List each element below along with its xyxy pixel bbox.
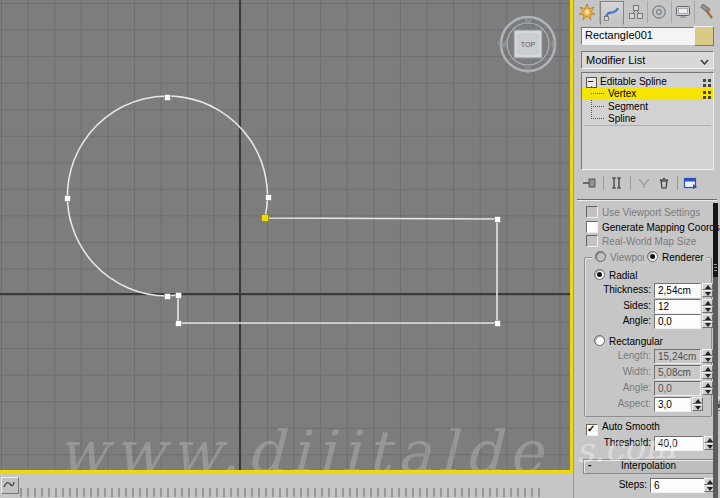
spline-path[interactable] <box>67 96 497 323</box>
auto-smooth-label: Auto Smooth <box>602 421 660 432</box>
tab-utilities[interactable] <box>695 1 718 23</box>
steps-field[interactable]: 6 <box>650 478 705 493</box>
stack-vertex-label: Vertex <box>608 88 636 99</box>
radial-radio-row: Radial <box>594 269 637 281</box>
threshold-row: Threshold: 40,0 <box>574 436 720 451</box>
stack-item-vertex-selected[interactable]: Vertex <box>582 88 713 100</box>
show-end-result-button[interactable] <box>607 174 627 192</box>
compass-south-label[interactable]: S <box>525 65 531 75</box>
compass-east-label[interactable]: E <box>551 39 557 49</box>
angle-rect-spinner[interactable] <box>702 381 713 395</box>
use-viewport-settings-row: Use Viewport Settings <box>586 206 700 219</box>
compass-north-label[interactable]: N <box>525 16 532 26</box>
generate-mapping-checkbox[interactable] <box>586 221 598 233</box>
rollout-separator <box>577 199 717 201</box>
tab-hierarchy[interactable] <box>624 1 648 23</box>
tab-modify[interactable] <box>600 1 625 25</box>
threshold-label: Threshold: <box>604 437 651 448</box>
viewport-radio[interactable] <box>595 251 606 262</box>
panel-scrollbar[interactable] <box>713 203 718 498</box>
viewcube-compass[interactable]: N E S W TOP <box>498 13 560 77</box>
timeline-ticks[interactable] <box>20 488 540 497</box>
rectangular-radio-label: Rectangular <box>609 336 663 347</box>
use-viewport-settings-checkbox[interactable] <box>586 206 598 218</box>
angle-radial-row: Angle: 0,0 <box>574 314 720 329</box>
stack-item-spline[interactable]: Spline <box>582 113 713 125</box>
vertex-rect-bottom-left[interactable] <box>176 321 182 327</box>
length-field[interactable]: 15,24cm <box>654 349 701 364</box>
compass-west-label[interactable]: W <box>498 39 507 49</box>
modifier-list-dropdown[interactable]: Modifier List <box>581 51 714 69</box>
aspect-label: Aspect: <box>618 398 651 409</box>
tab-create[interactable] <box>576 1 600 23</box>
length-spinner[interactable] <box>702 349 713 363</box>
thickness-field[interactable]: 2,54cm <box>654 283 701 298</box>
configure-modifier-sets-button[interactable] <box>681 174 701 192</box>
interpolation-title: Interpolation <box>584 460 713 471</box>
stack-root-label: Editable Spline <box>600 76 667 87</box>
vertex-left[interactable] <box>65 196 71 202</box>
stack-separator <box>584 125 711 126</box>
command-panel: Rectangle001 Modifier List Editable Spli… <box>573 0 720 498</box>
angle-radial-field[interactable]: 0,0 <box>654 314 701 329</box>
top-viewport[interactable]: N E S W TOP www.dijitalde <box>0 0 573 473</box>
viewcube-top-label[interactable]: TOP <box>521 41 536 48</box>
stack-item-segment[interactable]: Segment <box>582 101 713 113</box>
renderer-radio-label: Renderer <box>662 252 704 263</box>
tab-motion[interactable] <box>648 1 672 23</box>
remove-modifier-button[interactable] <box>654 174 674 192</box>
open-mini-curve-editor-button[interactable] <box>1 477 19 494</box>
stack-toolbar <box>580 172 714 194</box>
subobject-ticks-icon <box>703 79 706 82</box>
generate-mapping-row: Generate Mapping Coords. <box>586 221 720 234</box>
selected-vertex[interactable] <box>262 215 269 222</box>
tab-display[interactable] <box>672 1 696 23</box>
vertex-rect-bottom-right[interactable] <box>495 321 501 327</box>
angle-radial-label: Angle: <box>623 315 651 326</box>
width-field[interactable]: 5,08cm <box>654 365 701 380</box>
modify-curve-icon <box>603 4 621 22</box>
panel-scrollbar-thumb[interactable] <box>713 203 718 277</box>
interpolation-rollout-header[interactable]: - Interpolation <box>583 459 714 474</box>
radial-radio[interactable] <box>594 269 605 280</box>
create-star-icon <box>578 3 596 21</box>
vertex-inner-left[interactable] <box>176 293 182 299</box>
make-unique-button[interactable] <box>634 174 654 192</box>
vertex-rect-top-right[interactable] <box>495 217 501 223</box>
renderer-radio[interactable] <box>647 251 658 262</box>
aspect-field[interactable]: 3,0 <box>654 397 691 412</box>
thickness-row: Thickness: 2,54cm <box>574 283 720 298</box>
editable-spline-shape <box>0 0 573 473</box>
auto-smooth-checkbox[interactable] <box>586 424 598 436</box>
angle-rect-field[interactable]: 0,0 <box>654 381 701 396</box>
width-spinner[interactable] <box>702 365 713 379</box>
vertex-bottom[interactable] <box>165 294 171 300</box>
vertex-top[interactable] <box>165 95 171 101</box>
threshold-field[interactable]: 40,0 <box>654 436 703 451</box>
sides-spinner[interactable] <box>702 299 713 313</box>
width-label: Width: <box>623 366 651 377</box>
stack-item-editable-spline[interactable]: Editable Spline <box>582 76 713 88</box>
vertex-right[interactable] <box>266 195 272 201</box>
angle-radial-spinner[interactable] <box>702 314 713 328</box>
length-row: Length: 15,24cm <box>574 349 720 364</box>
object-color-swatch[interactable] <box>694 26 714 46</box>
object-name-field[interactable]: Rectangle001 <box>581 27 694 45</box>
renderer-radio-row: Renderer <box>644 251 707 263</box>
width-row: Width: 5,08cm <box>574 365 720 380</box>
thickness-spinner[interactable] <box>702 283 713 297</box>
radial-radio-label: Radial <box>609 270 637 281</box>
chevron-down-icon <box>700 55 709 67</box>
auto-smooth-row: Auto Smooth <box>586 421 660 434</box>
rectangular-radio[interactable] <box>594 335 605 346</box>
viewport-radio-row: Viewport <box>592 251 652 263</box>
aspect-spinner[interactable] <box>692 397 703 411</box>
pin-stack-button[interactable] <box>580 174 600 192</box>
use-viewport-settings-label: Use Viewport Settings <box>602 207 700 218</box>
sides-field[interactable]: 12 <box>654 299 701 314</box>
real-world-row: Real-World Map Size <box>586 235 696 248</box>
modifier-list-label: Modifier List <box>586 54 645 66</box>
display-monitor-icon <box>674 3 692 21</box>
real-world-checkbox[interactable] <box>586 235 598 247</box>
sides-row: Sides: 12 <box>574 299 720 314</box>
